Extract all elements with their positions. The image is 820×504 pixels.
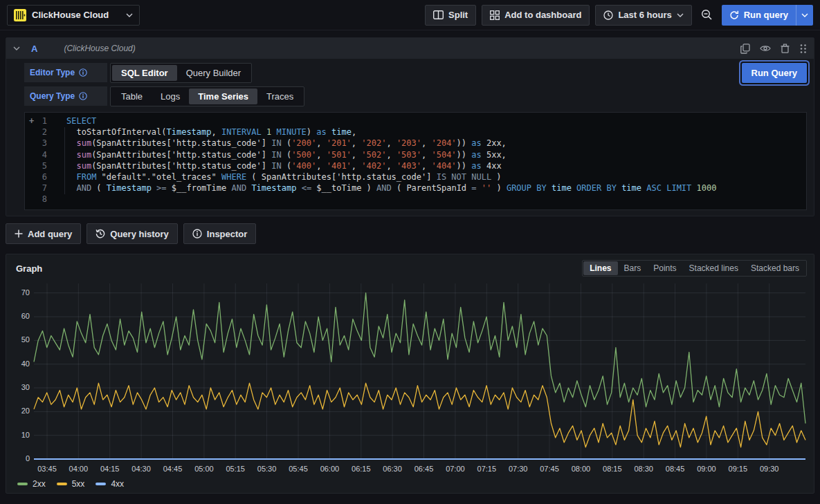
info-icon[interactable] — [79, 68, 87, 77]
query-row-body: Run Query Editor Type SQL EditorQuery Bu… — [6, 59, 814, 216]
delete-query-trash-icon[interactable] — [781, 44, 790, 53]
x-tick-label: 08:15 — [603, 465, 622, 473]
editor-type-option-query-builder[interactable]: Query Builder — [177, 65, 250, 81]
query-type-option-table[interactable]: Table — [112, 88, 152, 104]
query-type-option-logs[interactable]: Logs — [152, 88, 189, 104]
sql-code-editor[interactable]: +1SELECT2 toStartOfInterval(Timestamp, I… — [24, 112, 807, 210]
inspector-label: Inspector — [207, 229, 248, 239]
x-tick-label: 05:15 — [226, 465, 245, 473]
code-line: +1SELECT — [25, 115, 806, 127]
series-line-5xx — [34, 383, 805, 447]
query-type-toggle: TableLogsTime SeriesTraces — [110, 86, 304, 106]
code-line: 6 FROM "default"."otel_traces" WHERE ( S… — [25, 171, 806, 183]
clickhouse-logo-icon — [14, 9, 26, 21]
zoom-out-icon — [701, 9, 713, 21]
disable-query-eye-icon[interactable] — [760, 44, 771, 53]
x-tick-label: 05:30 — [257, 465, 277, 473]
graph-mode-points[interactable]: Points — [647, 261, 682, 275]
query-editor-panel: A (ClickHouse Cloud) — [6, 37, 814, 216]
run-query-split-button[interactable]: Run query — [722, 5, 813, 26]
x-tick-label: 09:00 — [697, 465, 716, 473]
x-tick-label: 09:30 — [760, 465, 779, 473]
split-label: Split — [448, 10, 468, 20]
time-range-picker[interactable]: Last 6 hours — [595, 5, 691, 26]
legend-swatch-2xx — [17, 483, 28, 485]
x-tick-label: 05:00 — [194, 465, 214, 473]
graph-mode-stacked-bars[interactable]: Stacked bars — [745, 261, 805, 275]
clock-icon — [603, 10, 613, 20]
run-query-button[interactable]: Run Query — [742, 63, 807, 83]
editor-type-toggle: SQL EditorQuery Builder — [110, 63, 252, 83]
split-pane-icon — [433, 10, 444, 19]
code-line: 2 toStartOfInterval(Timestamp, INTERVAL … — [25, 127, 806, 138]
graph-mode-stacked-lines[interactable]: Stacked lines — [683, 261, 745, 275]
collapse-chevron-icon[interactable] — [13, 46, 20, 50]
split-button[interactable]: Split — [425, 5, 476, 26]
zoom-out-button[interactable] — [698, 5, 716, 26]
add-query-button[interactable]: Add query — [6, 223, 81, 244]
legend-label-4xx: 4xx — [111, 479, 124, 489]
datasource-picker[interactable]: ClickHouse Cloud — [7, 5, 140, 26]
y-tick-label: 30 — [21, 383, 30, 391]
explore-actions: Add query Query history Inspector — [6, 223, 814, 244]
y-tick-label: 20 — [21, 407, 30, 415]
topbar: ClickHouse Cloud Split Add t — [0, 0, 820, 30]
graph-panel: Graph LinesBarsPointsStacked linesStacke… — [6, 254, 814, 494]
run-query-caret[interactable] — [796, 5, 813, 26]
legend-item-4xx[interactable]: 4xx — [95, 479, 124, 489]
x-tick-label: 03:45 — [37, 465, 57, 473]
add-line-icon[interactable]: + — [29, 115, 34, 127]
y-tick-label: 50 — [21, 335, 30, 344]
add-to-dashboard-label: Add to dashboard — [504, 10, 581, 20]
graph-mode-lines[interactable]: Lines — [583, 261, 617, 275]
time-series-chart[interactable]: 01020304050607003:4504:0004:1504:3004:45… — [13, 278, 807, 477]
indent-guide — [64, 127, 65, 194]
x-tick-label: 06:15 — [352, 465, 371, 473]
add-to-dashboard-button[interactable]: Add to dashboard — [482, 5, 590, 26]
info-circle-icon — [192, 229, 202, 239]
query-type-option-time-series[interactable]: Time Series — [189, 88, 257, 104]
query-row-actions — [740, 44, 807, 54]
duplicate-query-icon[interactable] — [740, 44, 750, 54]
legend-item-5xx[interactable]: 5xx — [57, 479, 85, 489]
legend-label-2xx: 2xx — [33, 479, 46, 489]
info-icon[interactable] — [79, 92, 87, 100]
x-tick-label: 08:45 — [666, 465, 685, 473]
graph-mode-bars[interactable]: Bars — [618, 261, 648, 275]
graph-title: Graph — [13, 263, 42, 274]
add-query-label: Add query — [28, 229, 72, 239]
x-tick-label: 06:00 — [320, 465, 340, 473]
x-tick-label: 07:00 — [446, 465, 465, 473]
x-tick-label: 04:00 — [69, 465, 89, 473]
plus-icon — [15, 230, 23, 238]
y-tick-label: 40 — [21, 360, 30, 368]
inspector-button[interactable]: Inspector — [183, 223, 257, 244]
query-type-option-traces[interactable]: Traces — [257, 88, 302, 104]
chevron-down-icon — [801, 13, 808, 17]
x-tick-label: 08:30 — [634, 465, 653, 473]
query-ref-id: A — [31, 44, 37, 54]
y-tick-label: 10 — [21, 431, 30, 439]
legend-item-2xx[interactable]: 2xx — [17, 479, 46, 489]
refresh-icon — [729, 10, 739, 20]
graph-style-toggle: LinesBarsPointsStacked linesStacked bars — [582, 260, 807, 277]
x-tick-label: 04:45 — [163, 465, 183, 473]
graph-panel-header: Graph LinesBarsPointsStacked linesStacke… — [13, 260, 807, 277]
x-tick-label: 08:00 — [572, 465, 591, 473]
legend-swatch-5xx — [57, 483, 67, 485]
chart-legend: 2xx5xx4xx — [13, 477, 807, 489]
editor-type-option-sql-editor[interactable]: SQL Editor — [112, 65, 177, 81]
explore-page: ClickHouse Cloud Split Add t — [0, 0, 820, 494]
x-tick-label: 05:45 — [289, 465, 308, 473]
x-tick-label: 06:45 — [414, 465, 434, 473]
query-history-label: Query history — [110, 229, 169, 239]
drag-handle-icon[interactable] — [799, 44, 807, 54]
x-tick-label: 06:30 — [383, 465, 402, 473]
legend-label-5xx: 5xx — [72, 479, 85, 489]
y-tick-label: 0 — [26, 454, 30, 463]
query-history-button[interactable]: Query history — [86, 223, 178, 244]
chart-svg: 01020304050607003:4504:0004:1504:3004:45… — [13, 278, 808, 477]
x-tick-label: 07:30 — [509, 465, 528, 473]
datasource-name: ClickHouse Cloud — [32, 10, 120, 20]
query-type-label-text: Query Type — [30, 91, 75, 101]
